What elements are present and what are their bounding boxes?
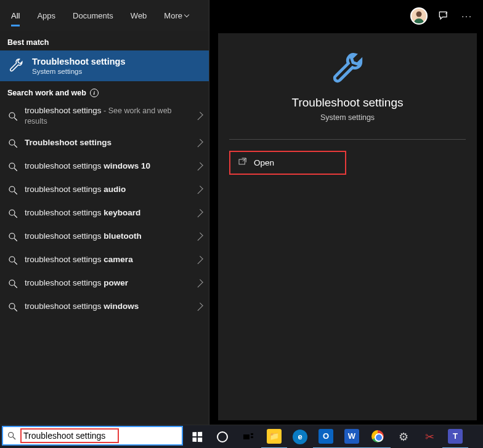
gear-icon: ⚙ xyxy=(399,430,408,444)
search-icon xyxy=(7,302,18,313)
search-input[interactable] xyxy=(23,431,116,441)
svg-point-10 xyxy=(9,233,15,239)
settings-button[interactable]: ⚙ xyxy=(391,425,416,449)
wrench-icon xyxy=(218,52,477,87)
preview-pane: Troubleshoot settings System settings Op… xyxy=(218,33,477,420)
result-text: troubleshoot settings bluetooth xyxy=(25,231,193,242)
search-result[interactable]: troubleshoot settings - See work and web… xyxy=(0,101,209,132)
teams-button[interactable]: T xyxy=(442,425,468,449)
svg-line-5 xyxy=(14,168,17,171)
taskbar-search[interactable] xyxy=(2,426,183,446)
divider xyxy=(229,139,466,140)
search-panel: All Apps Documents Web More Best match T… xyxy=(0,0,209,426)
result-text: Troubleshoot settings xyxy=(25,138,193,148)
chevron-right-icon xyxy=(193,185,203,195)
svg-point-12 xyxy=(9,257,15,262)
search-result[interactable]: troubleshoot settings bluetooth xyxy=(0,225,209,249)
chevron-right-icon xyxy=(193,138,203,148)
scissors-icon: ✂ xyxy=(425,430,434,444)
best-match-title: Troubleshoot settings xyxy=(32,57,125,66)
preview-subtitle: System settings xyxy=(218,113,477,122)
search-result[interactable]: Troubleshoot settings xyxy=(0,132,209,155)
result-text: troubleshoot settings - See work and web… xyxy=(25,106,193,127)
snip-button[interactable]: ✂ xyxy=(416,425,442,449)
svg-rect-22 xyxy=(243,434,250,439)
svg-line-15 xyxy=(14,285,17,288)
search-result[interactable]: troubleshoot settings windows 10 xyxy=(0,155,209,178)
search-icon xyxy=(7,138,18,149)
chevron-right-icon xyxy=(193,255,203,265)
chevron-right-icon xyxy=(193,232,203,242)
feedback-icon[interactable] xyxy=(436,9,451,23)
search-icon xyxy=(7,111,18,122)
chevron-down-icon xyxy=(184,12,189,17)
top-right-controls: ··· xyxy=(405,4,479,28)
search-result[interactable]: troubleshoot settings keyboard xyxy=(0,202,209,225)
chevron-right-icon xyxy=(193,302,203,312)
search-icon xyxy=(7,161,18,172)
info-icon[interactable]: i xyxy=(90,89,99,97)
edge-icon: e xyxy=(293,430,307,444)
tab-documents[interactable]: Documents xyxy=(65,2,121,29)
best-match-result[interactable]: Troubleshoot settings System settings xyxy=(0,50,209,81)
open-button[interactable]: Open xyxy=(229,151,346,175)
svg-point-20 xyxy=(9,433,14,438)
folder-icon: 📁 xyxy=(267,429,282,444)
start-button[interactable] xyxy=(185,425,209,449)
wrench-icon xyxy=(7,57,25,74)
svg-rect-24 xyxy=(251,436,253,438)
search-result[interactable]: troubleshoot settings windows xyxy=(0,295,209,319)
task-view-icon xyxy=(243,433,254,441)
svg-line-13 xyxy=(14,262,17,265)
svg-line-9 xyxy=(14,215,17,218)
chrome-button[interactable] xyxy=(365,425,391,449)
user-avatar[interactable] xyxy=(410,7,428,25)
svg-point-2 xyxy=(9,140,15,145)
task-view-button[interactable] xyxy=(235,425,261,449)
chevron-right-icon xyxy=(193,279,203,289)
svg-line-21 xyxy=(13,437,15,439)
svg-point-18 xyxy=(416,12,422,17)
best-match-label: Best match xyxy=(0,31,209,50)
result-text: troubleshoot settings windows xyxy=(25,302,193,312)
result-text: troubleshoot settings audio xyxy=(25,185,193,195)
tab-web[interactable]: Web xyxy=(123,2,155,29)
search-icon xyxy=(7,208,18,219)
result-text: troubleshoot settings camera xyxy=(25,255,193,265)
file-explorer-button[interactable]: 📁 xyxy=(261,425,287,449)
svg-line-7 xyxy=(14,191,17,194)
taskbar: 📁 e O W ⚙ ✂ T xyxy=(0,425,483,448)
word-button[interactable]: W xyxy=(339,425,365,449)
search-result[interactable]: troubleshoot settings audio xyxy=(0,178,209,202)
search-icon xyxy=(7,431,17,441)
chevron-right-icon xyxy=(193,209,203,218)
search-icon xyxy=(7,278,18,289)
tab-more[interactable]: More xyxy=(156,2,196,29)
cortana-button[interactable] xyxy=(209,425,235,449)
result-text: troubleshoot settings keyboard xyxy=(25,208,193,218)
search-result[interactable]: troubleshoot settings power xyxy=(0,272,209,295)
svg-point-4 xyxy=(9,163,15,169)
result-text: troubleshoot settings power xyxy=(25,278,193,289)
search-tabs: All Apps Documents Web More xyxy=(0,0,209,31)
edge-button[interactable]: e xyxy=(287,425,313,449)
search-icon xyxy=(7,185,18,196)
more-options-icon[interactable]: ··· xyxy=(460,9,474,23)
chevron-right-icon xyxy=(193,111,203,121)
svg-line-11 xyxy=(14,238,17,241)
cortana-icon xyxy=(217,431,228,442)
open-icon xyxy=(238,157,248,169)
teams-icon: T xyxy=(448,429,463,444)
tab-apps[interactable]: Apps xyxy=(30,2,63,29)
svg-point-8 xyxy=(9,210,15,215)
outlook-button[interactable]: O xyxy=(313,425,339,449)
best-match-subtitle: System settings xyxy=(32,68,125,75)
search-icon xyxy=(7,255,18,266)
windows-logo-icon xyxy=(192,431,202,442)
search-icon xyxy=(7,231,18,242)
tab-all[interactable]: All xyxy=(4,2,27,29)
word-icon: W xyxy=(344,429,359,444)
search-result[interactable]: troubleshoot settings camera xyxy=(0,249,209,272)
svg-line-1 xyxy=(14,118,17,121)
chevron-right-icon xyxy=(193,162,203,172)
